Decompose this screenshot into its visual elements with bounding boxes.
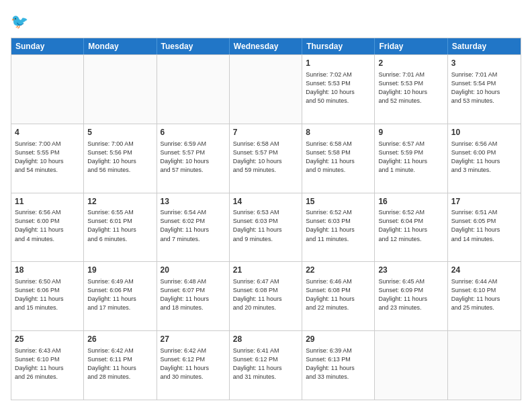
header: 🐦: [11, 11, 521, 31]
calendar-cell-r4-c1: 18Sunrise: 6:50 AM Sunset: 6:06 PM Dayli…: [11, 262, 84, 330]
calendar-cell-r4-c6: 23Sunrise: 6:45 AM Sunset: 6:09 PM Dayli…: [375, 262, 447, 330]
day-number: 8: [306, 127, 371, 138]
day-info: Sunrise: 7:02 AM Sunset: 5:53 PM Dayligh…: [306, 71, 371, 105]
day-number: 13: [161, 196, 226, 208]
day-info: Sunrise: 6:52 AM Sunset: 6:03 PM Dayligh…: [306, 208, 371, 243]
header-monday: Monday: [84, 38, 157, 54]
calendar-cell-r1-c4: [230, 55, 302, 124]
day-number: 25: [15, 334, 80, 345]
calendar-row-3: 11Sunrise: 6:56 AM Sunset: 6:00 PM Dayli…: [11, 193, 521, 262]
calendar-cell-r3-c1: 11Sunrise: 6:56 AM Sunset: 6:00 PM Dayli…: [11, 193, 84, 262]
day-number: 23: [378, 265, 443, 276]
day-info: Sunrise: 6:44 AM Sunset: 6:10 PM Dayligh…: [451, 277, 517, 312]
calendar-header: Sunday Monday Tuesday Wednesday Thursday…: [11, 38, 521, 54]
calendar-cell-r5-c4: 28Sunrise: 6:41 AM Sunset: 6:12 PM Dayli…: [230, 331, 302, 400]
calendar-cell-r5-c3: 27Sunrise: 6:42 AM Sunset: 6:12 PM Dayli…: [157, 331, 230, 400]
day-number: 19: [87, 265, 152, 276]
day-number: 16: [378, 196, 443, 208]
day-info: Sunrise: 6:58 AM Sunset: 5:57 PM Dayligh…: [233, 140, 298, 175]
svg-text:🐦: 🐦: [11, 13, 29, 30]
day-number: 18: [15, 265, 80, 276]
day-number: 4: [15, 127, 80, 138]
calendar-cell-r1-c3: [157, 55, 230, 124]
day-info: Sunrise: 6:57 AM Sunset: 5:59 PM Dayligh…: [378, 140, 443, 175]
day-info: Sunrise: 6:53 AM Sunset: 6:03 PM Dayligh…: [233, 208, 298, 243]
calendar-cell-r4-c3: 20Sunrise: 6:48 AM Sunset: 6:07 PM Dayli…: [157, 262, 230, 330]
calendar-cell-r3-c3: 13Sunrise: 6:54 AM Sunset: 6:02 PM Dayli…: [157, 193, 230, 262]
calendar-cell-r2-c4: 7Sunrise: 6:58 AM Sunset: 5:57 PM Daylig…: [230, 124, 302, 193]
day-number: 7: [233, 127, 298, 138]
calendar-body: 1Sunrise: 7:02 AM Sunset: 5:53 PM Daylig…: [11, 54, 521, 400]
header-tuesday: Tuesday: [157, 38, 230, 54]
day-info: Sunrise: 6:59 AM Sunset: 5:57 PM Dayligh…: [161, 140, 226, 175]
calendar-cell-r3-c5: 15Sunrise: 6:52 AM Sunset: 6:03 PM Dayli…: [302, 193, 375, 262]
calendar-cell-r3-c7: 17Sunrise: 6:51 AM Sunset: 6:05 PM Dayli…: [448, 193, 521, 262]
day-info: Sunrise: 6:49 AM Sunset: 6:06 PM Dayligh…: [87, 277, 152, 312]
day-info: Sunrise: 6:52 AM Sunset: 6:04 PM Dayligh…: [378, 208, 443, 243]
calendar-cell-r3-c6: 16Sunrise: 6:52 AM Sunset: 6:04 PM Dayli…: [375, 193, 447, 262]
header-thursday: Thursday: [302, 38, 375, 54]
day-number: 28: [233, 334, 298, 345]
day-number: 29: [306, 334, 371, 345]
day-info: Sunrise: 7:00 AM Sunset: 5:55 PM Dayligh…: [15, 140, 80, 175]
day-number: 12: [87, 196, 152, 208]
calendar-cell-r5-c5: 29Sunrise: 6:39 AM Sunset: 6:13 PM Dayli…: [302, 331, 375, 400]
day-number: 6: [161, 127, 226, 138]
calendar-cell-r3-c4: 14Sunrise: 6:53 AM Sunset: 6:03 PM Dayli…: [230, 193, 302, 262]
calendar-cell-r2-c5: 8Sunrise: 6:58 AM Sunset: 5:58 PM Daylig…: [302, 124, 375, 193]
day-info: Sunrise: 6:51 AM Sunset: 6:05 PM Dayligh…: [451, 208, 517, 243]
day-info: Sunrise: 6:50 AM Sunset: 6:06 PM Dayligh…: [15, 277, 80, 312]
calendar-row-1: 1Sunrise: 7:02 AM Sunset: 5:53 PM Daylig…: [11, 54, 521, 124]
calendar-cell-r3-c2: 12Sunrise: 6:55 AM Sunset: 6:01 PM Dayli…: [84, 193, 157, 262]
day-info: Sunrise: 6:43 AM Sunset: 6:10 PM Dayligh…: [15, 347, 80, 381]
day-info: Sunrise: 7:01 AM Sunset: 5:53 PM Dayligh…: [378, 71, 443, 105]
calendar-cell-r1-c6: 2Sunrise: 7:01 AM Sunset: 5:53 PM Daylig…: [375, 55, 447, 124]
day-info: Sunrise: 6:54 AM Sunset: 6:02 PM Dayligh…: [161, 208, 226, 243]
calendar-cell-r5-c7: [448, 331, 521, 400]
day-info: Sunrise: 6:47 AM Sunset: 6:08 PM Dayligh…: [233, 277, 298, 312]
calendar-row-4: 18Sunrise: 6:50 AM Sunset: 6:06 PM Dayli…: [11, 261, 521, 330]
calendar-cell-r5-c6: [375, 331, 447, 400]
day-number: 5: [87, 127, 152, 138]
calendar-cell-r2-c7: 10Sunrise: 6:56 AM Sunset: 6:00 PM Dayli…: [448, 124, 521, 193]
calendar-cell-r4-c2: 19Sunrise: 6:49 AM Sunset: 6:06 PM Dayli…: [84, 262, 157, 330]
day-number: 10: [451, 127, 517, 138]
day-number: 14: [233, 196, 298, 208]
calendar-cell-r2-c3: 6Sunrise: 6:59 AM Sunset: 5:57 PM Daylig…: [157, 124, 230, 193]
calendar-cell-r2-c6: 9Sunrise: 6:57 AM Sunset: 5:59 PM Daylig…: [375, 124, 447, 193]
day-number: 3: [451, 58, 517, 69]
calendar-cell-r4-c4: 21Sunrise: 6:47 AM Sunset: 6:08 PM Dayli…: [230, 262, 302, 330]
day-number: 2: [378, 58, 443, 69]
calendar-cell-r4-c5: 22Sunrise: 6:46 AM Sunset: 6:08 PM Dayli…: [302, 262, 375, 330]
calendar-cell-r5-c2: 26Sunrise: 6:42 AM Sunset: 6:11 PM Dayli…: [84, 331, 157, 400]
calendar-cell-r1-c1: [11, 55, 84, 124]
calendar-row-5: 25Sunrise: 6:43 AM Sunset: 6:10 PM Dayli…: [11, 330, 521, 400]
day-info: Sunrise: 6:42 AM Sunset: 6:11 PM Dayligh…: [87, 347, 152, 381]
calendar-row-2: 4Sunrise: 7:00 AM Sunset: 5:55 PM Daylig…: [11, 124, 521, 193]
day-info: Sunrise: 7:01 AM Sunset: 5:54 PM Dayligh…: [451, 71, 517, 105]
calendar-cell-r1-c2: [84, 55, 157, 124]
day-info: Sunrise: 6:48 AM Sunset: 6:07 PM Dayligh…: [161, 277, 226, 312]
calendar-cell-r1-c5: 1Sunrise: 7:02 AM Sunset: 5:53 PM Daylig…: [302, 55, 375, 124]
day-info: Sunrise: 6:58 AM Sunset: 5:58 PM Dayligh…: [306, 140, 371, 175]
day-number: 26: [87, 334, 152, 345]
day-number: 11: [15, 196, 80, 208]
day-number: 17: [451, 196, 517, 208]
header-friday: Friday: [375, 38, 447, 54]
day-info: Sunrise: 6:56 AM Sunset: 6:00 PM Dayligh…: [451, 140, 517, 175]
calendar-cell-r2-c1: 4Sunrise: 7:00 AM Sunset: 5:55 PM Daylig…: [11, 124, 84, 193]
header-saturday: Saturday: [448, 38, 521, 54]
day-number: 22: [306, 265, 371, 276]
day-number: 27: [161, 334, 226, 345]
page: 🐦 Sunday Monday Tuesday Wednesday Thursd…: [0, 0, 532, 411]
day-number: 20: [161, 265, 226, 276]
day-info: Sunrise: 6:46 AM Sunset: 6:08 PM Dayligh…: [306, 277, 371, 312]
day-number: 1: [306, 58, 371, 69]
logo-icon: 🐦: [11, 11, 31, 31]
day-number: 24: [451, 265, 517, 276]
day-number: 21: [233, 265, 298, 276]
calendar-cell-r5-c1: 25Sunrise: 6:43 AM Sunset: 6:10 PM Dayli…: [11, 331, 84, 400]
day-info: Sunrise: 6:41 AM Sunset: 6:12 PM Dayligh…: [233, 347, 298, 381]
day-number: 9: [378, 127, 443, 138]
day-number: 15: [306, 196, 371, 208]
